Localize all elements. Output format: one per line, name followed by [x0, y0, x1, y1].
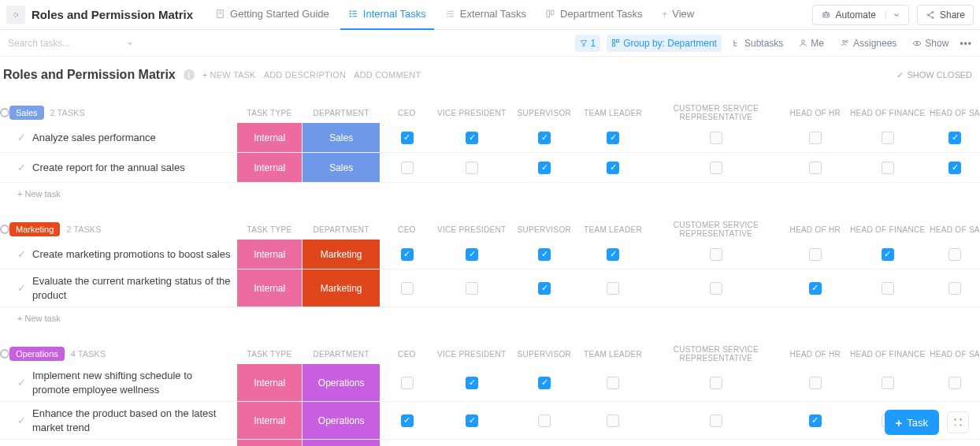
- role-checkbox[interactable]: ✓: [948, 132, 961, 144]
- status-check-icon[interactable]: ✓: [17, 247, 26, 262]
- role-checkbox[interactable]: [948, 377, 961, 389]
- add-comment-link[interactable]: ADD COMMENT: [354, 70, 421, 80]
- role-checkbox[interactable]: [710, 282, 722, 295]
- task-type-pill[interactable]: Internal: [237, 402, 302, 439]
- role-checkbox[interactable]: [710, 414, 722, 427]
- task-type-pill[interactable]: Internal: [237, 240, 302, 269]
- role-checkbox[interactable]: [809, 377, 822, 389]
- department-pill[interactable]: Marketing: [303, 240, 380, 269]
- role-checkbox[interactable]: ✓: [809, 282, 822, 295]
- status-check-icon[interactable]: ✓: [17, 161, 26, 175]
- add-description-link[interactable]: ADD DESCRIPTION: [264, 70, 346, 80]
- show-closed-toggle[interactable]: ✓ SHOW CLOSED: [896, 70, 972, 80]
- role-checkbox[interactable]: [607, 414, 619, 427]
- task-row[interactable]: ✓Create marketing promotions to boost sa…: [0, 240, 980, 269]
- group-tag[interactable]: Sales: [9, 106, 44, 120]
- task-row[interactable]: ✓Implement new shifting schedule to prom…: [0, 364, 980, 402]
- apps-button[interactable]: [947, 411, 969, 433]
- role-checkbox[interactable]: ✓: [882, 248, 894, 261]
- role-checkbox[interactable]: [948, 248, 961, 261]
- status-check-icon[interactable]: ✓: [17, 414, 26, 428]
- status-check-icon[interactable]: ✓: [17, 281, 26, 295]
- task-row[interactable]: ✓Analyze sales performanceInternalSales✓…: [0, 123, 980, 153]
- department-pill[interactable]: Marketing: [303, 269, 380, 307]
- task-row[interactable]: ✓Improve the current workstations for op…: [0, 440, 980, 446]
- task-row[interactable]: ✓Evaluate the current marketing status o…: [0, 269, 980, 307]
- role-checkbox[interactable]: [607, 377, 619, 389]
- role-checkbox[interactable]: ✓: [401, 132, 414, 144]
- add-task-row[interactable]: + New task: [0, 307, 980, 329]
- status-check-icon[interactable]: ✓: [17, 131, 26, 145]
- task-type-pill[interactable]: Internal: [237, 269, 302, 307]
- groupby-button[interactable]: Group by: Department: [607, 35, 722, 52]
- tab-department-tasks[interactable]: Department Tasks: [537, 0, 651, 30]
- show-button[interactable]: Show: [908, 35, 953, 52]
- role-checkbox[interactable]: [882, 282, 894, 295]
- role-checkbox[interactable]: ✓: [607, 248, 619, 261]
- role-checkbox[interactable]: ✓: [948, 162, 961, 174]
- tab-getting-started[interactable]: Getting Started Guide: [207, 0, 337, 30]
- task-row[interactable]: ✓Enhance the product based on the latest…: [0, 402, 980, 440]
- role-checkbox[interactable]: ✓: [607, 162, 619, 174]
- department-pill[interactable]: Operations: [303, 402, 380, 439]
- role-checkbox[interactable]: [882, 377, 894, 389]
- filter-count[interactable]: 1: [575, 35, 601, 52]
- role-checkbox[interactable]: [401, 162, 414, 174]
- role-checkbox[interactable]: ✓: [401, 414, 414, 427]
- task-type-pill[interactable]: Internal: [237, 153, 302, 182]
- more-menu[interactable]: •••: [960, 38, 972, 49]
- subtasks-button[interactable]: Subtasks: [728, 35, 788, 52]
- role-checkbox[interactable]: [401, 282, 414, 295]
- role-checkbox[interactable]: [948, 282, 961, 295]
- role-checkbox[interactable]: ✓: [466, 414, 478, 427]
- new-task-fab[interactable]: + Task: [885, 410, 940, 435]
- role-checkbox[interactable]: ✓: [538, 162, 551, 174]
- role-checkbox[interactable]: [466, 282, 478, 295]
- info-icon[interactable]: i: [184, 69, 195, 80]
- role-checkbox[interactable]: [710, 162, 722, 174]
- role-checkbox[interactable]: [607, 282, 619, 295]
- role-checkbox[interactable]: [710, 377, 722, 389]
- role-checkbox[interactable]: [466, 162, 478, 174]
- task-type-pill[interactable]: Internal: [237, 364, 302, 401]
- role-checkbox[interactable]: [710, 132, 722, 144]
- collapse-toggle[interactable]: [0, 108, 9, 117]
- collapse-toggle[interactable]: [0, 349, 9, 359]
- status-check-icon[interactable]: ✓: [17, 376, 26, 390]
- role-checkbox[interactable]: ✓: [809, 414, 822, 427]
- role-checkbox[interactable]: ✓: [401, 248, 414, 261]
- add-task-row[interactable]: + New task: [0, 183, 980, 205]
- assignees-button[interactable]: Assignees: [835, 35, 901, 52]
- role-checkbox[interactable]: [809, 248, 822, 261]
- role-checkbox[interactable]: ✓: [538, 282, 551, 295]
- role-checkbox[interactable]: ✓: [466, 132, 478, 144]
- department-pill[interactable]: Operations: [303, 364, 380, 401]
- role-checkbox[interactable]: ✓: [466, 377, 478, 389]
- task-type-pill[interactable]: Internal: [237, 440, 302, 446]
- role-checkbox[interactable]: ✓: [466, 248, 478, 261]
- task-type-pill[interactable]: Internal: [237, 123, 302, 152]
- role-checkbox[interactable]: [809, 162, 822, 174]
- group-tag[interactable]: Operations: [9, 347, 65, 361]
- group-tag[interactable]: Marketing: [9, 222, 60, 236]
- collapse-toggle[interactable]: [0, 225, 9, 234]
- department-pill[interactable]: Operations: [303, 440, 380, 446]
- tab-external-tasks[interactable]: External Tasks: [437, 0, 534, 30]
- role-checkbox[interactable]: ✓: [538, 132, 551, 144]
- role-checkbox[interactable]: [809, 132, 822, 144]
- add-view[interactable]: + View: [654, 0, 703, 30]
- role-checkbox[interactable]: [401, 377, 414, 389]
- role-checkbox[interactable]: [882, 132, 894, 144]
- share-button[interactable]: Share: [917, 5, 974, 25]
- role-checkbox[interactable]: ✓: [607, 132, 619, 144]
- task-row[interactable]: ✓Create report for the annual salesInter…: [0, 153, 980, 183]
- role-checkbox[interactable]: [538, 414, 551, 427]
- new-task-link[interactable]: + NEW TASK: [202, 70, 256, 80]
- tab-internal-tasks[interactable]: Internal Tasks: [340, 0, 434, 30]
- app-icon[interactable]: [6, 6, 25, 24]
- automate-button[interactable]: Automate: [812, 5, 909, 25]
- role-checkbox[interactable]: [710, 248, 722, 261]
- search-input[interactable]: Search tasks...: [8, 38, 134, 49]
- role-checkbox[interactable]: [882, 162, 894, 174]
- role-checkbox[interactable]: ✓: [538, 248, 551, 261]
